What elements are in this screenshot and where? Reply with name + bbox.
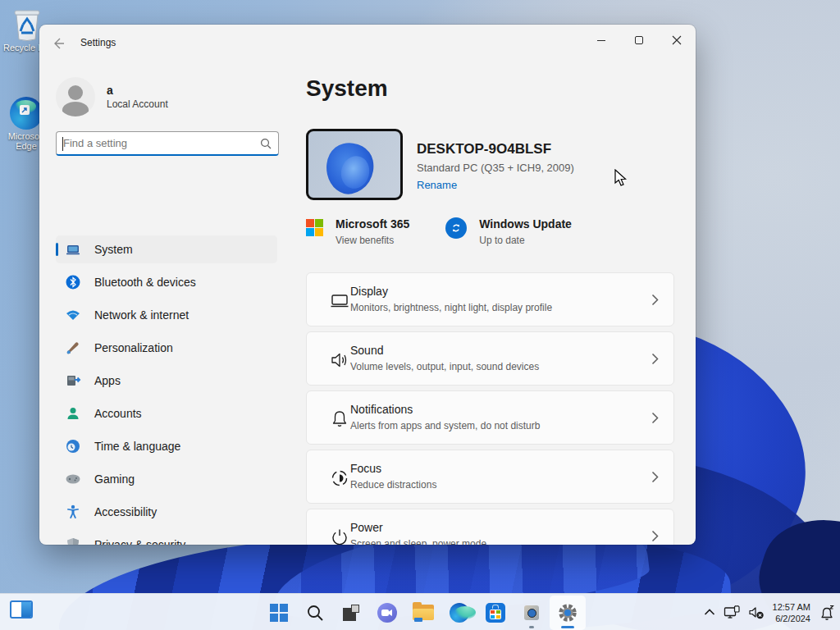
chevron-right-icon xyxy=(651,353,659,365)
sidebar-item-label: Time & language xyxy=(94,440,180,453)
start-icon xyxy=(270,604,288,622)
sidebar-item-accessibility[interactable]: Accessibility xyxy=(56,498,277,526)
sidebar-item-bluetooth-devices[interactable]: Bluetooth & devices xyxy=(56,268,277,296)
volume-muted-icon[interactable] xyxy=(748,605,765,620)
tray-chevron-icon[interactable] xyxy=(704,609,715,616)
card-title: Focus xyxy=(350,462,381,475)
edge-icon xyxy=(450,603,469,623)
card-notifications[interactable]: Notifications Alerts from apps and syste… xyxy=(306,390,674,445)
sidebar-item-gaming[interactable]: Gaming xyxy=(56,465,277,493)
back-button[interactable] xyxy=(51,36,66,51)
quick-subtitle: Up to date xyxy=(479,235,572,246)
sidebar-item-label: Privacy & security xyxy=(94,538,185,545)
app-icon xyxy=(524,605,539,620)
accessibility-icon xyxy=(65,504,81,520)
account-name: a xyxy=(107,84,168,97)
desktop: Recycle Bin Microsoft Edge Settings xyxy=(0,0,840,630)
taskbar-widgets-button[interactable] xyxy=(10,600,33,619)
store-icon xyxy=(486,603,505,623)
quick-status-row: Microsoft 365 View benefits Windows Upda… xyxy=(306,217,572,246)
device-description: Standard PC (Q35 + ICH9, 2009) xyxy=(417,162,574,174)
accounts-icon xyxy=(65,405,81,422)
sidebar-item-privacy-security[interactable]: Privacy & security xyxy=(56,531,277,545)
sidebar-item-accounts[interactable]: Accounts xyxy=(56,399,277,427)
network-icon[interactable] xyxy=(724,605,740,620)
page-title: System xyxy=(306,75,388,102)
time-language-icon xyxy=(65,438,81,454)
card-title: Sound xyxy=(350,344,383,357)
chevron-right-icon xyxy=(651,530,659,542)
microsoft-365-icon xyxy=(306,219,323,236)
taskbar-clock[interactable]: 12:57 AM 6/2/2024 xyxy=(773,601,810,624)
system-tray: 12:57 AM 6/2/2024 xyxy=(704,594,835,630)
sidebar-item-time-language[interactable]: Time & language xyxy=(56,432,277,460)
mouse-cursor xyxy=(614,169,630,187)
taskbar-center-icons xyxy=(261,596,586,630)
start-button[interactable] xyxy=(261,596,297,630)
card-focus[interactable]: Focus Reduce distractions xyxy=(306,450,674,504)
apps-icon xyxy=(65,372,81,389)
device-name: DESKTOP-9O4BLSF xyxy=(417,141,574,158)
chat-icon xyxy=(377,603,397,623)
microsoft-365-status[interactable]: Microsoft 365 View benefits xyxy=(306,217,409,246)
sidebar-item-personalization[interactable]: Personalization xyxy=(56,334,277,362)
display-icon xyxy=(329,290,350,312)
sidebar-item-network-internet[interactable]: Network & internet xyxy=(56,301,277,329)
device-wallpaper-thumbnail xyxy=(306,129,403,200)
sidebar-item-label: Accounts xyxy=(94,407,142,420)
card-subtitle: Screen and sleep, power mode xyxy=(350,538,486,545)
sidebar-nav: System Bluetooth & devices Network & int… xyxy=(56,235,277,545)
edge-button[interactable] xyxy=(441,596,477,630)
recycle-bin-icon xyxy=(11,7,43,41)
personalization-icon xyxy=(65,340,81,356)
search-icon xyxy=(306,604,324,622)
sidebar-item-label: Network & internet xyxy=(94,308,189,322)
store-button[interactable] xyxy=(477,596,514,630)
shortcut-arrow-icon xyxy=(20,105,30,115)
settings-gear-icon xyxy=(557,602,578,623)
card-subtitle: Monitors, brightness, night light, displ… xyxy=(350,302,552,313)
rename-link[interactable]: Rename xyxy=(417,179,574,191)
taskbar-search-button[interactable] xyxy=(297,596,333,630)
file-explorer-icon xyxy=(413,605,434,621)
sidebar-item-system[interactable]: System xyxy=(56,235,277,263)
sidebar-item-label: System xyxy=(94,243,133,256)
search-icon xyxy=(260,138,272,149)
settings-taskbar-button[interactable] xyxy=(550,596,586,630)
search-box[interactable] xyxy=(56,131,279,156)
task-view-icon xyxy=(343,605,359,621)
account-section[interactable]: a Local Account xyxy=(56,77,279,116)
account-type: Local Account xyxy=(107,98,168,110)
card-subtitle: Volume levels, output, input, sound devi… xyxy=(350,361,539,372)
card-sound[interactable]: Sound Volume levels, output, input, soun… xyxy=(306,331,674,386)
card-display[interactable]: Display Monitors, brightness, night ligh… xyxy=(306,272,674,326)
file-explorer-button[interactable] xyxy=(405,596,441,630)
chevron-right-icon xyxy=(651,294,659,306)
clock-time: 12:57 AM xyxy=(773,601,810,613)
sidebar-item-label: Personalization xyxy=(94,341,173,354)
widgets-icon xyxy=(10,600,33,619)
sidebar-item-label: Bluetooth & devices xyxy=(94,276,196,289)
card-power[interactable]: Power Screen and sleep, power mode xyxy=(306,509,674,545)
chevron-right-icon xyxy=(651,471,659,483)
settings-card-list: Display Monitors, brightness, night ligh… xyxy=(306,272,674,545)
card-subtitle: Alerts from apps and system, do not dist… xyxy=(350,420,540,431)
sound-icon xyxy=(329,349,350,371)
focus-icon xyxy=(329,468,350,489)
windows-update-status[interactable]: Windows Update Up to date xyxy=(445,217,572,246)
settings-window: Settings a Local Account xyxy=(39,25,696,545)
pinned-app-button[interactable] xyxy=(514,596,550,630)
do-not-disturb-bell-icon[interactable] xyxy=(819,605,835,621)
notifications-icon xyxy=(329,409,350,430)
active-indicator xyxy=(561,626,574,628)
network-icon xyxy=(65,307,81,323)
selection-accent-bar xyxy=(56,243,58,256)
chat-button[interactable] xyxy=(369,596,405,630)
window-title: Settings xyxy=(80,37,116,48)
task-view-button[interactable] xyxy=(333,596,369,630)
chevron-right-icon xyxy=(651,412,659,424)
bluetooth-icon xyxy=(65,274,81,290)
sidebar-item-label: Accessibility xyxy=(94,505,157,518)
search-input[interactable] xyxy=(57,137,260,149)
sidebar-item-apps[interactable]: Apps xyxy=(56,367,277,395)
